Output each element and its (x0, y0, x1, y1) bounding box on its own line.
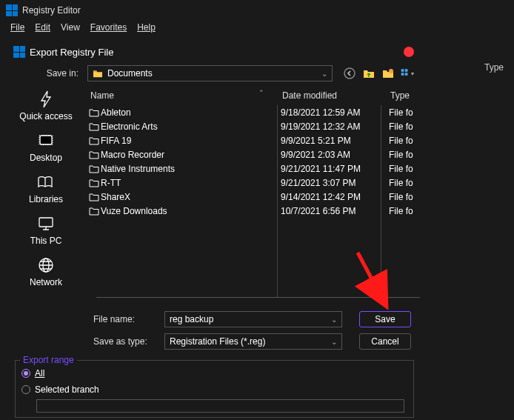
folder-icon (87, 150, 101, 159)
nav-this-pc[interactable]: This PC (30, 215, 62, 246)
save-in-value: Documents (107, 68, 153, 79)
quick-access-icon (36, 90, 56, 108)
file-row[interactable]: R-TT9/21/2021 3:07 PMFile fo (83, 176, 420, 190)
app-icon (6, 4, 18, 16)
file-name: Vuze Downloads (101, 206, 281, 216)
file-name: FIFA 19 (101, 136, 281, 146)
file-type: File fo (384, 178, 420, 188)
file-row[interactable]: ShareX9/14/2021 12:42 PMFile fo (83, 190, 420, 204)
radio-icon (21, 369, 30, 378)
file-name-label: File name: (89, 314, 156, 324)
save-in-row: Save in: Documents ⌄ ▾ (9, 64, 420, 86)
file-row[interactable]: Electronic Arts9/19/2021 12:32 AMFile fo (83, 119, 420, 133)
libraries-icon (36, 173, 56, 191)
save-in-label: Save in: (15, 68, 81, 79)
folder-icon (87, 193, 101, 201)
file-name: Native Instruments (101, 164, 281, 174)
save-type-field[interactable]: Registration Files (*.reg)⌄ (164, 333, 342, 350)
up-folder-icon[interactable] (362, 67, 376, 80)
file-row[interactable]: Macro Recorder9/9/2021 2:03 AMFile fo (83, 147, 420, 161)
bg-column-type[interactable]: Type (484, 62, 504, 73)
folder-icon (87, 179, 101, 187)
menu-favorites[interactable]: Favorites (86, 21, 131, 34)
branch-input[interactable] (36, 399, 404, 413)
file-row[interactable]: FIFA 199/9/2021 5:21 PMFile fo (83, 133, 420, 147)
file-name-field[interactable]: reg backup⌄ (164, 311, 342, 327)
file-row[interactable]: Vuze Downloads10/7/2021 6:56 PMFile fo (83, 204, 420, 218)
menu-file[interactable]: File (6, 21, 29, 34)
radio-all[interactable]: All (21, 365, 407, 381)
export-dialog: Export Registry File Save in: Documents … (9, 43, 420, 420)
menu-bar: File Edit View Favorites Help (0, 19, 514, 39)
file-name: R-TT (101, 178, 281, 188)
file-type: File fo (384, 136, 420, 146)
save-in-toolbar: ▾ (338, 67, 414, 80)
column-name[interactable]: Name⌃ (86, 90, 282, 101)
svg-point-1 (389, 69, 393, 73)
folder-icon (87, 122, 101, 131)
file-name: Electronic Arts (101, 121, 281, 132)
desktop-icon (36, 132, 56, 150)
file-type: File fo (384, 107, 420, 118)
save-button[interactable]: Save (359, 311, 411, 327)
sort-caret-icon: ⌃ (258, 89, 264, 96)
chevron-down-icon: ⌄ (321, 70, 327, 78)
nav-desktop[interactable]: Desktop (30, 132, 62, 163)
file-date: 9/18/2021 12:59 AM (281, 107, 384, 118)
folder-icon (87, 164, 101, 173)
file-type: File fo (384, 121, 420, 132)
radio-icon (21, 385, 30, 394)
file-name: Macro Recorder (101, 150, 281, 160)
chevron-down-icon: ⌄ (331, 338, 337, 346)
file-date: 9/9/2021 5:21 PM (281, 136, 384, 146)
dialog-icon (13, 46, 25, 58)
export-range-group: Export range All Selected branch (15, 360, 414, 418)
view-menu-icon[interactable]: ▾ (401, 67, 414, 80)
folder-icon (87, 136, 101, 145)
file-date: 10/7/2021 6:56 PM (281, 206, 384, 216)
nav-libraries[interactable]: Libraries (29, 173, 63, 204)
save-type-label: Save as type: (89, 336, 156, 347)
file-type: File fo (384, 164, 420, 174)
file-name: ShareX (101, 192, 281, 202)
file-date: 9/21/2021 11:47 PM (281, 164, 384, 174)
svg-rect-2 (401, 69, 404, 72)
file-date: 9/14/2021 12:42 PM (281, 192, 384, 202)
file-name: Ableton (101, 107, 281, 118)
chevron-down-icon: ⌄ (331, 316, 337, 324)
file-date: 9/21/2021 3:07 PM (281, 178, 384, 188)
file-type: File fo (384, 206, 420, 216)
file-date: 9/19/2021 12:32 AM (281, 121, 384, 132)
app-title: Registry Editor (22, 5, 81, 16)
file-row[interactable]: Native Instruments9/21/2021 11:47 PMFile… (83, 161, 420, 176)
documents-icon (93, 69, 103, 78)
nav-quick-access[interactable]: Quick access (19, 90, 72, 121)
title-bar: Registry Editor (0, 0, 514, 19)
file-type: File fo (384, 192, 420, 202)
save-in-select[interactable]: Documents ⌄ (87, 65, 333, 81)
places-sidebar: Quick access Desktop Libraries This PC N… (9, 86, 83, 360)
folder-icon (87, 108, 101, 117)
svg-rect-4 (401, 73, 404, 76)
file-row[interactable]: Ableton9/18/2021 12:59 AMFile fo (83, 105, 420, 119)
scroll-indicator (96, 297, 420, 298)
file-list-area: Name⌃ Date modified Type Ableton9/18/202… (83, 86, 420, 360)
file-rows: Ableton9/18/2021 12:59 AMFile foElectron… (83, 105, 420, 298)
new-folder-icon[interactable] (381, 67, 395, 80)
menu-help[interactable]: Help (133, 21, 160, 34)
column-date[interactable]: Date modified (282, 90, 386, 101)
svg-rect-7 (39, 218, 53, 227)
back-icon[interactable] (343, 67, 356, 80)
radio-selected-branch[interactable]: Selected branch (21, 381, 407, 398)
nav-network[interactable]: Network (30, 256, 62, 287)
svg-point-0 (344, 68, 355, 79)
export-range-legend: Export range (20, 355, 77, 365)
menu-view[interactable]: View (56, 21, 84, 34)
menu-edit[interactable]: Edit (30, 21, 55, 34)
dialog-title-bar: Export Registry File (9, 43, 420, 64)
cancel-button[interactable]: Cancel (359, 333, 411, 350)
column-type[interactable]: Type (386, 90, 420, 101)
this-pc-icon (36, 215, 56, 233)
svg-rect-3 (405, 69, 408, 72)
network-icon (36, 256, 56, 274)
